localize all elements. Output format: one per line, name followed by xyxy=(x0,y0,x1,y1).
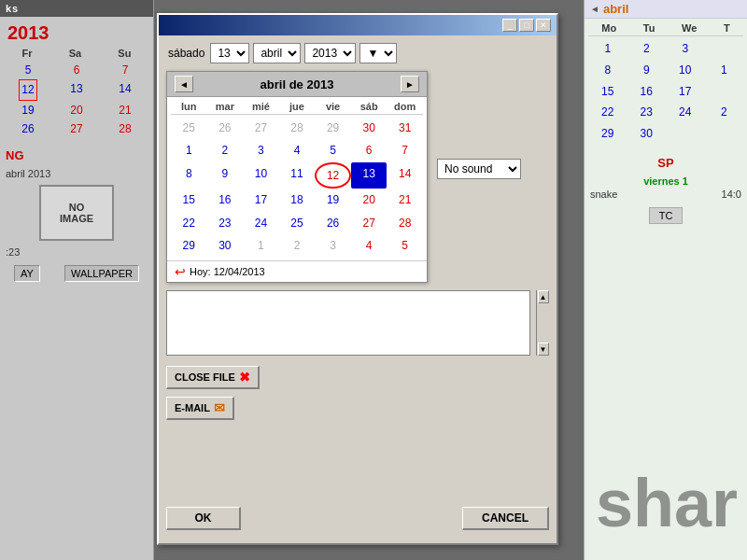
right-cal-headers: Mo Tu We T xyxy=(588,22,743,36)
cal-week-5: 29 30 1 2 3 4 5 xyxy=(171,234,423,257)
day-select[interactable]: 13 xyxy=(210,43,249,63)
close-x-icon: ✖ xyxy=(239,370,250,385)
email-label: E-MAIL xyxy=(175,402,210,413)
mini-cal-row4: 26 27 28 xyxy=(4,119,149,138)
mini-cal-headers: Fr Sa Su xyxy=(4,48,149,59)
right-cal-row5: 29 30 xyxy=(588,123,743,145)
no-image-box: NO IMAGE xyxy=(39,185,114,241)
left-mini-cal: Fr Sa Su 5 6 7 12 13 14 19 20 21 26 27 xyxy=(0,46,153,141)
maximize-button[interactable]: □ xyxy=(519,19,534,32)
ray-button[interactable]: AY xyxy=(14,265,40,282)
close-file-label: CLOSE FILE xyxy=(175,371,235,383)
email-button[interactable]: E-MAIL ✉ xyxy=(166,397,234,420)
cal-week-3: 15 16 17 18 19 20 21 xyxy=(171,189,423,211)
right-cal: Mo Tu We T 1 2 3 8 9 10 1 15 16 17 xyxy=(585,19,747,148)
cal-week-2: 8 9 10 11 12 13 14 xyxy=(171,162,423,189)
titlebar-buttons: _ □ ✕ xyxy=(502,19,551,32)
ok-button[interactable]: OK xyxy=(166,507,241,530)
sound-select[interactable]: No sound Beep Chime xyxy=(437,159,521,179)
cal-week-4: 22 23 24 25 26 27 28 xyxy=(171,212,423,234)
day-name-label: sábado xyxy=(166,47,206,60)
calendar-popup-header: ◄ abril de 2013 ► xyxy=(167,72,427,97)
background-text: shar xyxy=(596,465,738,541)
close-file-button[interactable]: CLOSE FILE ✖ xyxy=(166,366,260,389)
wallpaper-button[interactable]: WALLPAPER xyxy=(64,265,139,282)
date-selector-row: sábado 13 abril 2013 ▼ xyxy=(166,43,549,63)
description-area-wrapper: ▲ ▼ xyxy=(166,290,549,358)
calendar-month-label: abril de 2013 xyxy=(261,77,334,91)
calendar-popup: ◄ abril de 2013 ► lun mar mié jue vie sá… xyxy=(166,71,428,283)
mini-cal-row1: 5 6 7 xyxy=(4,61,149,79)
minimize-button[interactable]: _ xyxy=(502,19,517,32)
calendar-day-headers: lun mar mié jue vie sáb dom xyxy=(171,101,423,115)
close-file-row: CLOSE FILE ✖ xyxy=(166,366,549,389)
next-month-button[interactable]: ► xyxy=(401,76,419,92)
right-cal-row1: 1 2 3 xyxy=(588,38,743,60)
description-textarea[interactable] xyxy=(166,290,530,356)
left-time: :23 xyxy=(0,246,153,258)
prev-month-button[interactable]: ◄ xyxy=(175,76,193,92)
close-button[interactable]: ✕ xyxy=(536,19,551,32)
year-select[interactable]: 2013 xyxy=(304,43,356,63)
email-row: E-MAIL ✉ xyxy=(166,397,549,420)
left-status: NG xyxy=(0,145,153,166)
right-month-title: abril xyxy=(603,2,628,16)
cancel-button[interactable]: CANCEL xyxy=(462,507,549,530)
mini-cal-row3: 19 20 21 xyxy=(4,101,149,119)
calendar-grid: lun mar mié jue vie sáb dom 25 26 27 28 xyxy=(167,97,427,260)
right-cal-row2: 8 9 10 1 xyxy=(588,60,743,81)
right-event-row: snake 14:0 xyxy=(585,187,747,202)
month-select[interactable]: abril xyxy=(253,43,301,63)
app-title: ks xyxy=(0,0,153,17)
scroll-down-button[interactable]: ▼ xyxy=(538,343,549,356)
cal-week-0: 25 26 27 28 29 30 31 xyxy=(171,117,423,139)
scroll-up-button[interactable]: ▲ xyxy=(538,290,549,303)
left-arrow-icon: ◄ xyxy=(590,4,599,14)
right-header: ◄ abril xyxy=(585,0,747,19)
right-cal-row3: 15 16 17 xyxy=(588,81,743,103)
left-panel: ks 2013 Fr Sa Su 5 6 7 12 13 14 19 20 21 xyxy=(0,0,154,560)
dialog-titlebar: _ □ ✕ xyxy=(159,15,557,35)
email-icon: ✉ xyxy=(214,400,225,415)
sound-row: No sound Beep Chime xyxy=(437,159,521,179)
today-label: Hoy: 12/04/2013 xyxy=(190,266,265,277)
left-year: 2013 xyxy=(0,17,153,46)
right-cal-row4: 22 23 24 2 xyxy=(588,102,743,123)
event-name: snake xyxy=(590,189,617,200)
right-spe-label: SP xyxy=(585,156,747,170)
today-arrow-icon: ↩ xyxy=(175,264,186,279)
right-day-full: viernes 1 xyxy=(585,175,747,187)
dialog-body: sábado 13 abril 2013 ▼ ◄ abril de 201 xyxy=(159,35,557,439)
tc-button[interactable]: TC xyxy=(649,207,684,224)
left-month-label: abril 2013 xyxy=(0,168,153,179)
description-scrollbar: ▲ ▼ xyxy=(536,290,549,356)
today-bar: ↩ Hoy: 12/04/2013 xyxy=(167,260,427,282)
main-dialog: _ □ ✕ sábado 13 abril 2013 ▼ xyxy=(157,13,558,545)
dialog-footer: OK CANCEL xyxy=(159,503,557,534)
cal-week-1: 1 2 3 4 5 6 7 xyxy=(171,139,423,161)
date-dropdown-arrow[interactable]: ▼ xyxy=(359,43,397,63)
mini-cal-row2: 12 13 14 xyxy=(4,79,149,100)
event-time: 14:0 xyxy=(722,189,741,200)
